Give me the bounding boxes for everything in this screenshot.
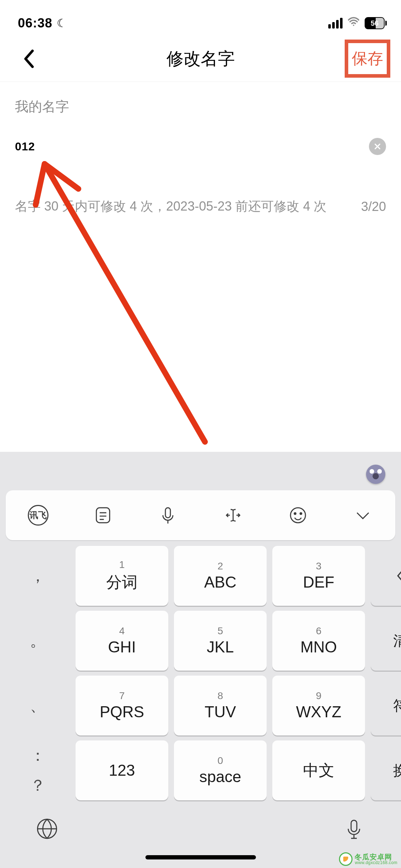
software-keyboard: 讯飞 ， 1分词 2ABC 3DEF 。 4GHI 5JKL 6MNO 清除 <box>0 452 401 868</box>
svg-rect-1 <box>165 508 170 518</box>
backspace-icon <box>396 568 401 584</box>
do-not-disturb-icon: ☾ <box>57 16 67 30</box>
collapse-keyboard-button[interactable] <box>334 497 391 533</box>
field-label: 我的名字 <box>15 98 386 116</box>
key-9[interactable]: 9WXYZ <box>272 676 365 735</box>
ifly-engine-button[interactable]: 讯飞 <box>10 497 67 533</box>
hint-row: 名字 30 天内可修改 4 次，2023-05-23 前还可修改 4 次 3/2… <box>15 198 386 215</box>
home-indicator[interactable] <box>145 855 256 859</box>
language-key[interactable]: 中文 <box>272 740 365 800</box>
watermark-icon <box>339 852 353 866</box>
close-icon <box>374 143 381 150</box>
watermark: 冬瓜安卓网 www.dgxcdz168.com <box>339 852 397 866</box>
hint-text: 名字 30 天内可修改 4 次，2023-05-23 前还可修改 4 次 <box>15 198 327 215</box>
key-6[interactable]: 6MNO <box>272 611 365 671</box>
voice-input-button[interactable] <box>139 497 196 533</box>
globe-icon <box>36 817 58 840</box>
name-input[interactable] <box>15 140 336 153</box>
space-key[interactable]: 0space <box>174 740 267 800</box>
status-time: 06:38 <box>18 16 52 31</box>
microphone-icon <box>158 505 178 525</box>
battery-level: 56 <box>365 17 385 29</box>
svg-point-3 <box>294 513 296 515</box>
svg-point-4 <box>300 513 302 515</box>
key-1[interactable]: 1分词 <box>76 546 168 606</box>
clipboard-icon <box>93 505 113 525</box>
svg-rect-0 <box>97 508 110 523</box>
globe-button[interactable] <box>36 817 58 842</box>
key-7[interactable]: 7PQRS <box>76 676 168 735</box>
key-3[interactable]: 3DEF <box>272 546 365 606</box>
clear-input-button[interactable] <box>369 138 386 155</box>
keyboard-suggestion-strip <box>0 458 401 490</box>
backspace-key[interactable] <box>371 546 401 606</box>
cellular-signal-icon <box>328 18 343 29</box>
text-cursor-icon <box>223 505 243 525</box>
emoji-button[interactable] <box>269 497 327 533</box>
punct-key-comma[interactable]: ， <box>6 546 70 606</box>
cursor-move-button[interactable] <box>205 497 262 533</box>
page-title: 修改名字 <box>166 47 235 70</box>
microphone-icon <box>343 817 365 840</box>
name-form: 我的名字 名字 30 天内可修改 4 次，2023-05-23 前还可修改 4 … <box>0 82 401 215</box>
key-2[interactable]: 2ABC <box>174 546 267 606</box>
char-counter: 3/20 <box>361 199 386 214</box>
save-highlight-box: 保存 <box>345 40 390 78</box>
save-button[interactable]: 保存 <box>352 48 383 69</box>
chevron-down-icon <box>353 505 373 525</box>
enter-key[interactable]: 换行 <box>371 740 401 800</box>
clear-key[interactable]: 清除 <box>371 611 401 671</box>
keyboard-grid: ， 1分词 2ABC 3DEF 。 4GHI 5JKL 6MNO 清除 、 7P… <box>0 546 401 807</box>
symbols-key[interactable]: 符号 <box>371 676 401 735</box>
watermark-url: www.dgxcdz168.com <box>355 861 397 865</box>
input-row <box>15 138 386 155</box>
dictation-button[interactable] <box>343 817 365 842</box>
chevron-left-icon <box>22 49 35 69</box>
svg-point-2 <box>291 508 305 523</box>
svg-rect-6 <box>351 820 357 832</box>
battery-icon: 56 <box>365 17 387 29</box>
punct-key-colon-question[interactable]: ： ？ <box>6 740 70 800</box>
emoji-icon <box>288 505 308 525</box>
watermark-name: 冬瓜安卓网 <box>355 853 397 861</box>
back-button[interactable] <box>14 45 43 73</box>
status-right: 56 <box>328 16 387 31</box>
keyboard-assistant-icon[interactable] <box>366 465 385 484</box>
clipboard-button[interactable] <box>74 497 132 533</box>
wifi-icon <box>348 16 360 31</box>
keyboard-toolbar: 讯飞 <box>6 490 395 540</box>
key-4[interactable]: 4GHI <box>76 611 168 671</box>
nav-bar: 修改名字 保存 <box>0 36 401 82</box>
numeric-key[interactable]: 123 <box>76 740 168 800</box>
punct-key-pause[interactable]: 、 <box>6 676 70 735</box>
punct-key-period[interactable]: 。 <box>6 611 70 671</box>
key-8[interactable]: 8TUV <box>174 676 267 735</box>
key-5[interactable]: 5JKL <box>174 611 267 671</box>
status-left: 06:38 ☾ <box>18 16 67 31</box>
status-bar: 06:38 ☾ 56 <box>0 0 401 36</box>
